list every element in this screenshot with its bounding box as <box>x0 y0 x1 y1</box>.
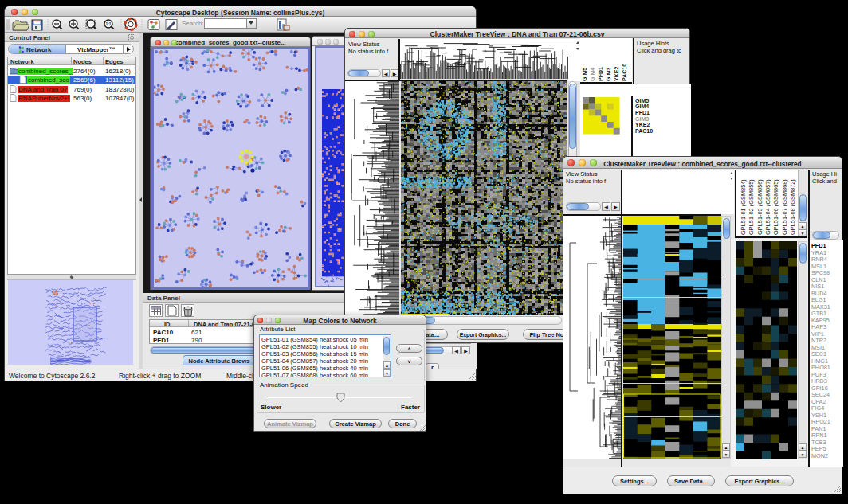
svg-text:GIM4: GIM4 <box>635 104 649 109</box>
svg-text:1:1: 1:1 <box>105 21 111 26</box>
svg-text:PAC10: PAC10 <box>635 128 653 134</box>
svg-text:GIM5: GIM5 <box>635 98 649 104</box>
svg-text:PFD1: PFD1 <box>635 110 650 115</box>
svg-text:PAC10: PAC10 <box>622 64 627 81</box>
svg-text:GPL51-06 (GSM865): GPL51-06 (GSM865) <box>772 179 779 235</box>
svg-text:GPL51-01 (GSM854): GPL51-01 (GSM854) <box>740 179 747 235</box>
svg-text:YKE2: YKE2 <box>635 122 650 127</box>
svg-text:GPL51-04 (GSM857): GPL51-04 (GSM857) <box>764 179 771 235</box>
svg-text:GIM3: GIM3 <box>606 68 611 81</box>
svg-text:GPL51-08 (GSM872): GPL51-08 (GSM872) <box>789 179 796 235</box>
svg-text:GPL51-02 (GSM855): GPL51-02 (GSM855) <box>748 179 755 235</box>
svg-text:GIM5: GIM5 <box>582 68 587 81</box>
svg-text:PFD1: PFD1 <box>598 67 603 81</box>
svg-text:YKE2: YKE2 <box>614 67 619 81</box>
svg-text:GPL51-03 (GSM856): GPL51-03 (GSM856) <box>756 179 764 235</box>
svg-text:GIM3: GIM3 <box>635 116 649 122</box>
svg-text:GPL51-07 (GSM868): GPL51-07 (GSM868) <box>781 179 788 235</box>
svg-text:GIM4: GIM4 <box>590 68 595 81</box>
svg-text:MON2: MON2 <box>811 452 828 459</box>
